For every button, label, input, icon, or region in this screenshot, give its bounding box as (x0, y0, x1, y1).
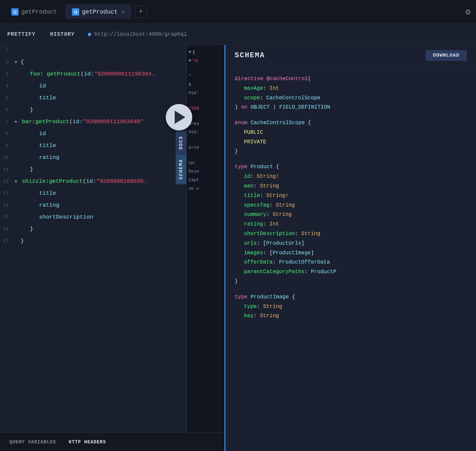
schema-on-line: ) on OBJECT | FIELD_DEFINITION (235, 103, 467, 112)
schema-productimage-type-line: type ProductImage { (235, 292, 467, 302)
schema-public-line: PUBLIC (235, 128, 467, 137)
gear-icon[interactable]: ⚙ (465, 7, 471, 17)
schema-field-offerdata: offerData: ProductOfferData (235, 258, 467, 267)
result-line-1: ▼{ (189, 48, 222, 56)
schema-scope-line: scope: CacheControlScope (235, 93, 467, 103)
schema-header: SCHEMA DOWNLOAD (225, 45, 476, 66)
run-triangle-icon (175, 111, 185, 124)
result-line-7 (189, 97, 222, 104)
run-button[interactable] (166, 104, 192, 130)
schema-field-key: key: String (235, 311, 467, 321)
bottom-bar: QUERY VARIABLES HTTP HEADERS (0, 432, 224, 451)
schema-enum-line: enum CacheControlScope { (235, 118, 467, 128)
schema-enum-close: } (235, 147, 467, 157)
line-num-15: 15 (0, 214, 15, 222)
schema-maxage-line: maxAge: Int (235, 84, 467, 93)
line-num-3: 3 (0, 71, 15, 78)
download-button[interactable]: DOWNLOAD (426, 50, 467, 61)
schema-enum-block: enum CacheControlScope { PUBLIC PRIVATE … (235, 118, 467, 156)
line-num-17: 17 (0, 237, 15, 245)
code-lines: 1 2 ▼ { 3 foo: get (0, 45, 186, 248)
result-line-18: de n (189, 184, 222, 193)
http-headers-button[interactable]: HTTP HEADERS (65, 437, 109, 447)
result-line-6: PS4' (189, 89, 222, 97)
schema-field-rating: rating: Int (235, 220, 467, 229)
docs-tab[interactable]: DOCS (176, 131, 186, 154)
line-num-13: 13 (0, 190, 15, 198)
tab-label-2: getProduct (82, 9, 118, 15)
toolbar: PRETTIFY HISTORY http://localhost:4000/g… (0, 24, 476, 45)
code-line-4: 4 id (0, 81, 186, 93)
url-bar: http://localhost:4000/graphql (82, 31, 193, 37)
line-num-9: 9 (0, 142, 15, 150)
result-line-2: ▼"d (189, 56, 222, 65)
result-line-13: prod (189, 143, 222, 152)
schema-product-type-line: type Product { (235, 162, 467, 172)
result-pane: ▼{ ▼"d ' B PS4' "920 (186, 45, 224, 432)
result-line-10: Brea (189, 119, 222, 128)
tab-icon-2: Q (72, 8, 79, 16)
schema-field-parentcat: parentCategoryPaths: ProductP (235, 267, 467, 277)
schema-field-id: id: String! (235, 172, 467, 181)
line-num-14: 14 (0, 202, 15, 210)
prettify-button[interactable]: PRETTIFY (0, 28, 43, 41)
result-line-5: B (189, 80, 222, 89)
tab-getproduct-1[interactable]: Q getProduct (5, 5, 63, 19)
result-line-11: PS4' (189, 128, 222, 136)
schema-directive-block: directive @cacheControl( maxAge: Int sco… (235, 74, 467, 112)
history-button[interactable]: HISTORY (43, 28, 82, 41)
schema-tab[interactable]: SCHEMA (176, 154, 186, 184)
code-line-7: 7 ▼ bar:getProduct(id:"9200000111963040" (0, 117, 186, 128)
schema-field-specstag: specsTag: String (235, 201, 467, 210)
tab-close-icon[interactable]: ✕ (122, 9, 124, 15)
code-line-11: 11 } (0, 164, 186, 176)
schema-directive-line: directive @cacheControl( (235, 74, 467, 84)
schema-title: SCHEMA (235, 51, 265, 60)
code-line-2: 2 ▼ { (0, 57, 186, 69)
schema-private-line: PRIVATE (235, 137, 467, 147)
schema-field-ean: ean: String (235, 181, 467, 191)
line-num-1: 1 (0, 46, 15, 54)
code-line-10: 10 rating (0, 152, 186, 164)
code-line-1: 1 (0, 45, 186, 57)
schema-field-shortdesc: shortDescription: String (235, 229, 467, 239)
code-line-13: 13 title (0, 188, 186, 200)
code-line-17: 17 } (0, 236, 186, 248)
line-num-6: 6 (0, 106, 15, 114)
main-content: 1 2 ▼ { 3 foo: get (0, 45, 476, 451)
result-line-3 (189, 65, 222, 72)
tab-getproduct-2[interactable]: Q getProduct ✕ (66, 5, 131, 19)
tab-add-button[interactable]: + (135, 6, 147, 18)
editor-panel: 1 2 ▼ { 3 foo: get (0, 45, 225, 451)
line-num-10: 10 (0, 154, 15, 162)
line-num-4: 4 (0, 82, 15, 90)
schema-field-images: images: [ProductImage] (235, 248, 467, 258)
tab-bar: Q getProduct Q getProduct ✕ + ⚙ (0, 0, 476, 24)
schema-product-close: } (235, 277, 467, 286)
tab-label-1: getProduct (21, 9, 57, 15)
result-line-16: Deze (189, 167, 222, 175)
query-variables-button[interactable]: QUERY VARIABLES (6, 437, 59, 447)
tab-icon-1: Q (11, 8, 19, 16)
schema-field-title: title: String! (235, 191, 467, 201)
sidebar-tabs: DOCS SCHEMA (176, 131, 186, 184)
schema-product-block: type Product { id: String! ean: String t… (235, 162, 467, 286)
code-line-8: 8 id (0, 128, 186, 140)
line-num-5: 5 (0, 94, 15, 102)
editor-code[interactable]: 1 2 ▼ { 3 foo: get (0, 45, 186, 432)
schema-field-type: type: String (235, 302, 467, 312)
schema-productimage-block: type ProductImage { type: String key: St… (235, 292, 467, 321)
code-line-15: 15 shortDescription (0, 212, 186, 224)
result-line-17: Capt (189, 175, 222, 184)
result-line-4: ' (189, 72, 222, 80)
code-line-16: 16 } (0, 224, 186, 236)
result-line-14 (189, 152, 222, 158)
result-line-8: "920 (189, 104, 222, 113)
line-num-16: 16 (0, 226, 15, 233)
line-num-12: 12 (0, 178, 15, 186)
code-line-6: 6 } (0, 105, 186, 117)
line-num-2: 2 (0, 59, 15, 67)
url-text: http://localhost:4000/graphql (94, 31, 187, 37)
result-line-15: op: (189, 158, 222, 167)
line-num-11: 11 (0, 166, 15, 174)
